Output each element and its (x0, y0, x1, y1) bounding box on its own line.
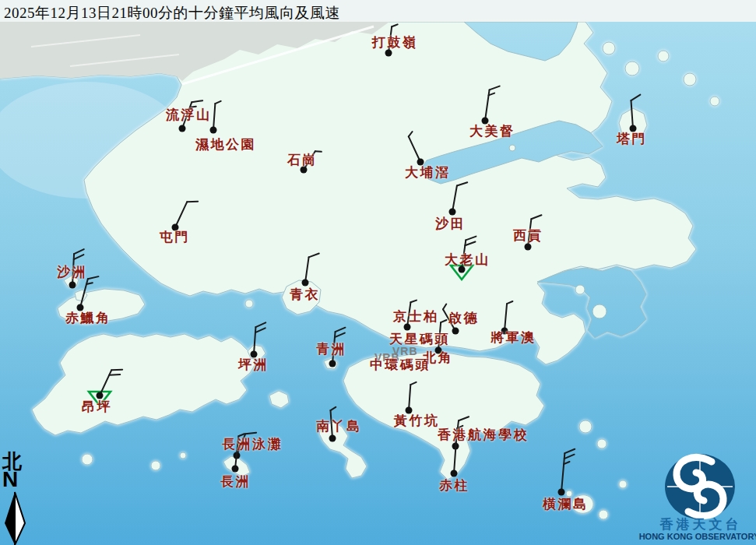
station-label: 京士柏 (393, 310, 439, 323)
station-label: 中環碼頭 (370, 358, 431, 371)
station-label: 坪洲 (238, 358, 269, 371)
crooked-island (603, 42, 615, 54)
station-label: 啟德 (448, 311, 479, 325)
station-label: 沙洲 (57, 265, 87, 279)
station-label: 大老山 (445, 253, 491, 266)
station-label: 赤柱 (439, 479, 469, 492)
double-island (625, 62, 639, 76)
station-label: 南丫島 (316, 420, 362, 433)
station-label: 長洲 (220, 475, 251, 488)
wind-barb-tick (315, 151, 322, 152)
station-dot (179, 125, 186, 132)
station-dot (232, 466, 239, 473)
mirs-bay-islet-1 (658, 51, 669, 62)
station-label: 橫瀾島 (543, 498, 589, 511)
beaufort-island (599, 510, 608, 519)
station-dot (97, 392, 104, 399)
ma-wan-island (245, 300, 253, 308)
station-label: 濕地公園 (195, 138, 256, 151)
mirs-bay-islet-3 (710, 97, 719, 106)
station-dot (69, 282, 76, 289)
station-dot (525, 244, 532, 251)
observatory-name-english: HONG KONG OBSERVATORY (637, 533, 756, 541)
station-dot (329, 360, 336, 367)
map-title: 2025年12月13日21時00分的十分鐘平均風向及風速 (4, 3, 340, 23)
station-label: 西貢 (513, 229, 543, 242)
kau-sai-chau-island (592, 304, 607, 318)
station-label: 大美督 (469, 125, 515, 138)
station-dot (404, 324, 411, 331)
wind-barb-tick (111, 370, 122, 371)
station-dot (385, 50, 392, 57)
station-label: 大埔滘 (405, 166, 451, 179)
station-label: 流浮山 (166, 108, 212, 121)
station-dot (452, 328, 459, 335)
sung-kong-island (619, 480, 627, 488)
hko-logo-icon (665, 454, 735, 519)
station-label: 青洲 (316, 343, 346, 356)
wind-barb-tick (109, 374, 120, 375)
soko-islet (180, 452, 186, 459)
station-label: 赤鱲角 (65, 311, 111, 325)
tolo-islet (509, 145, 515, 151)
station-dot (210, 127, 217, 134)
wind-map: 2025年12月13日21時00分的十分鐘平均風向及風速 北 N 香港天文台 H… (0, 0, 756, 545)
station-label: 天星碼頭 (389, 332, 450, 346)
soko-island (82, 454, 93, 465)
station-dot (451, 470, 458, 477)
map-canvas (0, 0, 756, 545)
sharp-island (575, 285, 585, 294)
station-label: 塔門 (617, 132, 647, 146)
station-dot (302, 280, 309, 287)
station-label: 長洲泳灘 (222, 438, 283, 451)
station-label: 青衣 (290, 288, 320, 301)
station-label: 香港航海學校 (438, 428, 529, 441)
station-label: 昂坪 (82, 400, 112, 413)
shek-kwu-chau-island (151, 461, 160, 470)
station-label: 屯門 (160, 230, 190, 244)
mirs-bay-islet-2 (684, 73, 696, 86)
wind-barb-tick (187, 202, 198, 202)
station-label: 打鼓嶺 (372, 36, 418, 49)
observatory-name-chinese: 香港天文台 (651, 518, 751, 531)
station-label: 石崗 (287, 153, 318, 167)
station-dot (449, 209, 456, 216)
station-dot (329, 435, 336, 442)
tung-lung-island (579, 420, 592, 433)
station-label: 黃竹坑 (394, 414, 440, 427)
station-label: 沙田 (435, 217, 466, 230)
waglan-islet (566, 490, 572, 497)
basalt-island (597, 439, 607, 448)
station-label: 將軍澳 (491, 331, 536, 344)
station-dot (558, 489, 565, 496)
north-label-english: N (2, 469, 18, 490)
